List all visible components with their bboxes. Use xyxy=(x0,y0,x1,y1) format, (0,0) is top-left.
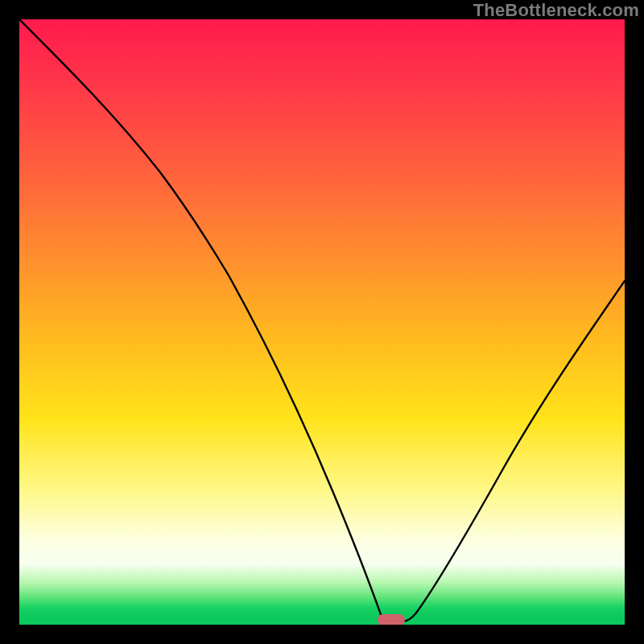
plot-area xyxy=(19,19,625,625)
chart-frame: TheBottleneck.com xyxy=(0,0,644,644)
watermark-text: TheBottleneck.com xyxy=(473,0,639,21)
bottleneck-curve xyxy=(19,19,625,625)
optimal-point-marker xyxy=(378,614,405,625)
